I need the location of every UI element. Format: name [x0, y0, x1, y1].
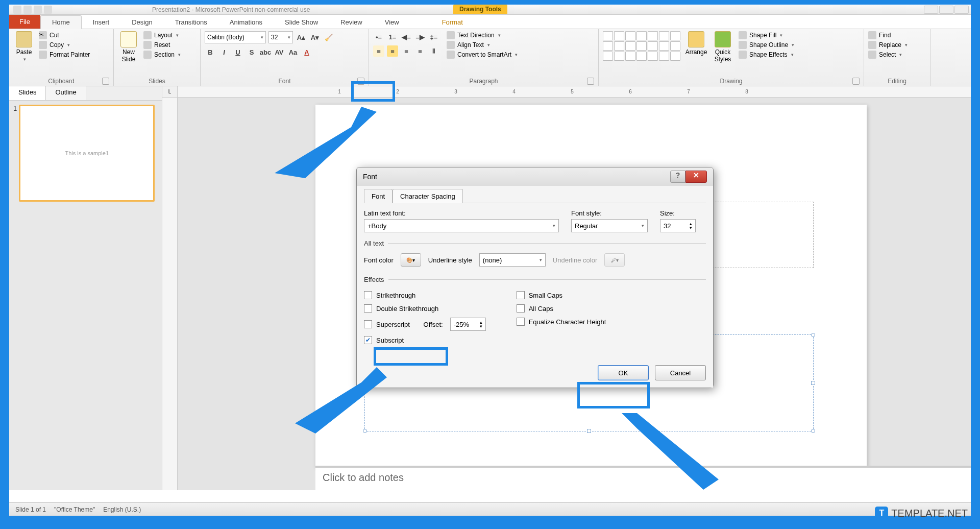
- copy-button[interactable]: Copy▾: [39, 41, 90, 49]
- svg-marker-1: [295, 367, 387, 434]
- all-caps-checkbox[interactable]: All Caps: [517, 303, 606, 314]
- align-left-button[interactable]: ≡: [373, 45, 384, 57]
- latin-font-combo[interactable]: +Body▾: [364, 219, 559, 232]
- tab-insert[interactable]: Insert: [82, 16, 121, 29]
- maximize-button[interactable]: [939, 6, 953, 14]
- drawing-launcher[interactable]: [852, 78, 860, 85]
- dialog-tab-spacing[interactable]: Character Spacing: [393, 189, 463, 203]
- svg-marker-2: [622, 413, 719, 490]
- size-spinner[interactable]: 32▴▾: [660, 219, 696, 232]
- select-button[interactable]: Select▾: [868, 51, 926, 59]
- smartart-icon: [447, 51, 455, 59]
- undo-icon[interactable]: [34, 6, 42, 14]
- tab-transitions[interactable]: Transitions: [164, 16, 218, 29]
- tab-home[interactable]: Home: [40, 15, 82, 29]
- underline-button[interactable]: U: [232, 46, 243, 58]
- subscript-checkbox[interactable]: ✔Subscript: [364, 334, 486, 346]
- close-window-button[interactable]: [954, 6, 969, 14]
- shapes-gallery[interactable]: [603, 31, 680, 61]
- columns-button[interactable]: ⫴: [428, 45, 439, 57]
- align-text-icon: [447, 41, 455, 49]
- clear-format-button[interactable]: 🧹: [323, 32, 334, 43]
- clipboard-launcher[interactable]: [102, 78, 109, 85]
- tab-slideshow[interactable]: Slide Show: [274, 16, 329, 29]
- italic-button[interactable]: I: [218, 46, 230, 58]
- line-spacing-button[interactable]: ‡≡: [428, 31, 439, 42]
- quick-styles-button[interactable]: Quick Styles: [712, 31, 733, 63]
- powerpoint-icon: [13, 6, 21, 14]
- watermark: T TEMPLATE.NET: [875, 507, 968, 520]
- slides-panel: Slides Outline x 1 This is a sample1: [9, 86, 162, 490]
- reset-button[interactable]: Reset: [143, 41, 181, 49]
- replace-button[interactable]: Replace▾: [868, 41, 926, 49]
- font-color-button[interactable]: A: [301, 46, 312, 58]
- cancel-button[interactable]: Cancel: [655, 365, 706, 380]
- resize-handle[interactable]: [811, 381, 815, 385]
- resize-handle[interactable]: [811, 333, 815, 337]
- language[interactable]: English (U.S.): [103, 506, 141, 513]
- redo-icon[interactable]: [44, 6, 52, 14]
- small-caps-checkbox[interactable]: Small Caps: [517, 290, 606, 301]
- increase-indent-button[interactable]: ≡▶: [414, 31, 426, 42]
- equalize-checkbox[interactable]: Equalize Character Height: [517, 316, 606, 327]
- shape-effects-button[interactable]: Shape Effects▾: [739, 51, 794, 59]
- slides-tab[interactable]: Slides: [9, 86, 46, 100]
- font-size-combo[interactable]: 32▾: [268, 31, 293, 43]
- convert-smartart-button[interactable]: Convert to SmartArt▾: [447, 51, 518, 59]
- context-tab-label: Drawing Tools: [453, 5, 507, 14]
- ok-button[interactable]: OK: [598, 365, 649, 380]
- align-center-button[interactable]: ≡: [387, 45, 398, 57]
- paste-button[interactable]: Paste ▾: [13, 31, 35, 62]
- dialog-title-bar[interactable]: Font ? ✕: [357, 167, 713, 186]
- resize-handle[interactable]: [811, 429, 815, 433]
- minimize-button[interactable]: [924, 6, 938, 14]
- align-right-button[interactable]: ≡: [401, 45, 412, 57]
- format-painter-button[interactable]: Format Painter: [39, 51, 90, 59]
- dialog-close-button[interactable]: ✕: [685, 171, 707, 183]
- shape-outline-button[interactable]: Shape Outline▾: [739, 41, 794, 49]
- outline-tab[interactable]: Outline: [46, 86, 86, 100]
- decrease-indent-button[interactable]: ◀≡: [401, 31, 412, 42]
- shape-fill-button[interactable]: Shape Fill▾: [739, 31, 794, 39]
- strikethrough-checkbox[interactable]: Strikethrough: [364, 290, 486, 301]
- tab-file[interactable]: File: [9, 15, 40, 29]
- section-button[interactable]: Section▾: [143, 51, 181, 59]
- dialog-tab-font[interactable]: Font: [364, 189, 393, 203]
- numbering-button[interactable]: 1≡: [387, 31, 398, 42]
- char-spacing-button[interactable]: AV: [274, 46, 285, 58]
- shrink-font-button[interactable]: A▾: [309, 32, 321, 43]
- font-launcher[interactable]: [357, 78, 364, 85]
- strike-button[interactable]: S: [246, 46, 257, 58]
- resize-handle[interactable]: [587, 429, 591, 433]
- dialog-help-button[interactable]: ?: [670, 171, 685, 183]
- align-text-button[interactable]: Align Text▾: [447, 41, 518, 49]
- find-button[interactable]: Find: [868, 31, 926, 39]
- tab-design[interactable]: Design: [120, 16, 163, 29]
- superscript-checkbox[interactable]: Superscript Offset: -25%▴▾: [364, 316, 486, 332]
- tab-review[interactable]: Review: [329, 16, 374, 29]
- change-case-button[interactable]: Aa: [287, 46, 299, 58]
- new-slide-button[interactable]: New Slide: [118, 31, 139, 63]
- double-strike-checkbox[interactable]: Double Strikethrough: [364, 303, 486, 314]
- slide-thumbnail[interactable]: This is a sample1: [19, 105, 155, 202]
- text-direction-button[interactable]: Text Direction▾: [447, 31, 518, 39]
- bold-button[interactable]: B: [205, 46, 216, 58]
- tab-animations[interactable]: Animations: [218, 16, 274, 29]
- shadow-button[interactable]: abc: [260, 46, 271, 58]
- tab-view[interactable]: View: [374, 16, 410, 29]
- arrange-button[interactable]: Arrange: [685, 31, 707, 56]
- grow-font-button[interactable]: A▴: [296, 32, 307, 43]
- save-icon[interactable]: [23, 6, 32, 14]
- font-color-picker[interactable]: 🎨▾: [401, 253, 421, 267]
- font-name-combo[interactable]: Calibri (Body)▾: [205, 31, 266, 43]
- font-style-combo[interactable]: Regular▾: [571, 219, 648, 232]
- callout-arrow-icon: [295, 367, 387, 434]
- tab-format[interactable]: Format: [431, 16, 474, 29]
- layout-button[interactable]: Layout▾: [143, 31, 181, 39]
- paragraph-launcher[interactable]: [587, 78, 594, 85]
- offset-spinner[interactable]: -25%▴▾: [450, 318, 486, 331]
- cut-button[interactable]: ✂Cut: [39, 31, 90, 39]
- justify-button[interactable]: ≡: [414, 45, 426, 57]
- underline-style-combo[interactable]: (none)▾: [479, 253, 546, 267]
- bullets-button[interactable]: •≡: [373, 31, 384, 42]
